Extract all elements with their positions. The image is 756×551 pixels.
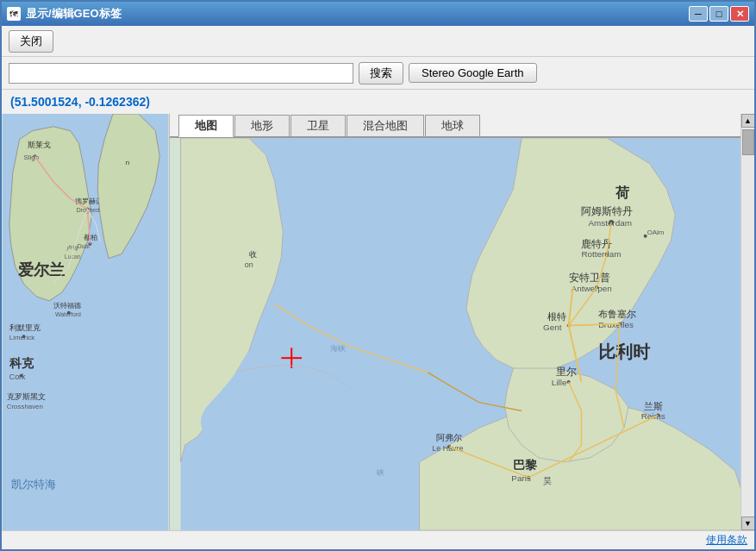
svg-point-16 <box>22 335 26 338</box>
tab-satellite[interactable]: 卫星 <box>291 115 346 136</box>
status-bar: 使用条款 <box>2 530 754 549</box>
right-map-svg: 英吉利海峡 荷 阿姆斯特丹 Amsterdam 鹿特丹 Rotterdam OA… <box>170 138 754 530</box>
stereo-google-earth-button[interactable]: Stereo Google Earth <box>409 63 537 83</box>
left-map-panel[interactable]: 斯莱戈 Sligo 德罗赫达 Drogheda 都柏 Dubl 卢肯 Lucan… <box>2 114 170 530</box>
svg-text:克罗斯黑文: 克罗斯黑文 <box>7 392 46 401</box>
svg-text:峡: 峡 <box>377 468 384 477</box>
app-icon: 🗺 <box>7 7 21 21</box>
svg-text:兰斯: 兰斯 <box>644 401 663 411</box>
main-window: 🗺 显示/编辑GEO标签 ─ □ ✕ 关闭 搜索 Stereo Google E… <box>0 0 756 551</box>
maximize-button[interactable]: □ <box>709 6 728 22</box>
left-map-svg: 斯莱戈 Sligo 德罗赫达 Drogheda 都柏 Dubl 卢肯 Lucan… <box>2 114 169 530</box>
map-view[interactable]: 英吉利海峡 荷 阿姆斯特丹 Amsterdam 鹿特丹 Rotterdam OA… <box>170 138 754 530</box>
svg-text:Cork: Cork <box>9 373 26 381</box>
svg-text:n: n <box>126 159 129 166</box>
svg-text:Crosshaven: Crosshaven <box>7 403 43 410</box>
svg-text:Gent: Gent <box>543 322 562 332</box>
scroll-track[interactable] <box>742 128 754 517</box>
search-button[interactable]: 搜索 <box>359 62 403 85</box>
svg-text:利默里克: 利默里克 <box>9 323 41 332</box>
scroll-thumb[interactable] <box>742 129 754 155</box>
svg-text:卢肯: 卢肯 <box>66 245 78 251</box>
minimize-button[interactable]: ─ <box>689 6 708 22</box>
tab-hybrid[interactable]: 混合地图 <box>347 115 424 136</box>
svg-text:Limerick: Limerick <box>9 334 34 341</box>
svg-text:比利时: 比利时 <box>598 342 651 361</box>
svg-text:Rotterdam: Rotterdam <box>581 249 621 259</box>
svg-text:凯尔特海: 凯尔特海 <box>11 478 56 491</box>
main-content: 斯莱戈 Sligo 德罗赫达 Drogheda 都柏 Dubl 卢肯 Lucan… <box>2 114 754 530</box>
svg-text:海峡: 海峡 <box>330 344 346 353</box>
svg-text:OAlm: OAlm <box>647 229 665 236</box>
title-bar: 🗺 显示/编辑GEO标签 ─ □ ✕ <box>2 2 754 26</box>
svg-text:安特卫普: 安特卫普 <box>569 272 610 284</box>
search-bar: 搜索 Stereo Google Earth <box>2 57 754 90</box>
svg-text:荷: 荷 <box>615 185 630 200</box>
svg-text:on: on <box>245 260 253 269</box>
search-input[interactable] <box>9 63 353 84</box>
window-title: 显示/编辑GEO标签 <box>26 6 122 22</box>
svg-text:Lille: Lille <box>552 378 567 387</box>
close-window-button[interactable]: ✕ <box>730 6 749 22</box>
svg-text:里尔: 里尔 <box>556 366 577 378</box>
map-tabs: 地图 地形 卫星 混合地图 地球 <box>170 114 754 138</box>
svg-text:根特: 根特 <box>547 311 566 322</box>
tab-earth[interactable]: 地球 <box>425 115 480 136</box>
terms-link[interactable]: 使用条款 <box>706 533 747 548</box>
svg-point-19 <box>67 311 71 315</box>
svg-text:阿姆斯特丹: 阿姆斯特丹 <box>581 205 633 217</box>
scroll-up-button[interactable]: ▲ <box>741 114 755 128</box>
tab-map[interactable]: 地图 <box>178 115 234 137</box>
svg-text:昊: 昊 <box>543 476 552 485</box>
svg-text:爱尔兰: 爱尔兰 <box>18 261 66 279</box>
title-bar-buttons: ─ □ ✕ <box>689 6 749 22</box>
svg-text:巴黎: 巴黎 <box>513 458 538 472</box>
svg-point-22 <box>20 374 23 378</box>
title-bar-left: 🗺 显示/编辑GEO标签 <box>7 6 122 22</box>
coords-bar: (51.5001524, -0.1262362) <box>2 90 754 114</box>
svg-text:布鲁塞尔: 布鲁塞尔 <box>598 309 636 319</box>
svg-text:沃特福德: 沃特福德 <box>53 302 81 310</box>
svg-text:收: 收 <box>249 250 257 259</box>
svg-text:科克: 科克 <box>9 356 34 370</box>
svg-text:Antwerpen: Antwerpen <box>572 284 612 293</box>
toolbar: 关闭 <box>2 26 754 57</box>
right-panel: 地图 地形 卫星 混合地图 地球 <box>170 114 754 530</box>
svg-text:Le Havre: Le Havre <box>432 444 463 453</box>
close-button[interactable]: 关闭 <box>9 30 53 53</box>
tab-terrain[interactable]: 地形 <box>234 115 290 136</box>
svg-text:Reims: Reims <box>641 411 665 421</box>
scroll-down-button[interactable]: ▼ <box>741 517 755 530</box>
svg-text:Dubl: Dubl <box>78 243 91 249</box>
svg-text:阿弗尔: 阿弗尔 <box>436 433 462 442</box>
scrollbar-right[interactable]: ▲ ▼ <box>740 114 754 530</box>
svg-text:斯莱戈: 斯莱戈 <box>28 141 51 149</box>
coordinates-text: (51.5001524, -0.1262362) <box>10 95 150 109</box>
